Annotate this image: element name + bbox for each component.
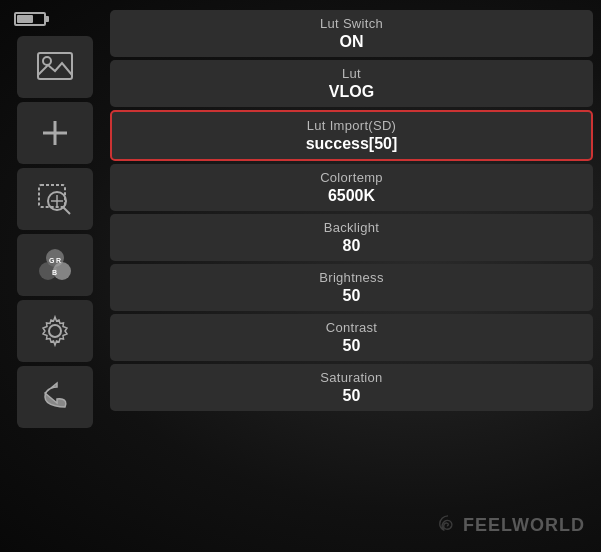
add-icon (35, 113, 75, 153)
svg-text:R: R (56, 257, 61, 264)
sidebar: G R B (0, 0, 110, 552)
screen: G R B Lut Switch (0, 0, 601, 552)
svg-rect-0 (38, 53, 72, 79)
contrast-label: Contrast (326, 320, 378, 335)
colortemp-value: 6500K (328, 187, 375, 205)
menu-item-contrast[interactable]: Contrast 50 (110, 314, 593, 361)
menu-item-colortemp[interactable]: Colortemp 6500K (110, 164, 593, 211)
lut-label: Lut (342, 66, 361, 81)
lut-value: VLOG (329, 83, 374, 101)
sidebar-item-back[interactable] (17, 366, 93, 428)
menu-item-brightness[interactable]: Brightness 50 (110, 264, 593, 311)
saturation-value: 50 (343, 387, 361, 405)
lut-switch-value: ON (340, 33, 364, 51)
menu-item-saturation[interactable]: Saturation 50 (110, 364, 593, 411)
sidebar-item-image[interactable] (17, 36, 93, 98)
lut-switch-label: Lut Switch (320, 16, 383, 31)
menu-item-lut[interactable]: Lut VLOG (110, 60, 593, 107)
back-icon (35, 377, 75, 417)
menu-item-lut-import[interactable]: Lut Import(SD) success[50] (110, 110, 593, 161)
watermark-text: FEELWORLD (463, 515, 585, 536)
contrast-value: 50 (343, 337, 361, 355)
zoom-icon (35, 179, 75, 219)
sidebar-item-color[interactable]: G R B (17, 234, 93, 296)
menu-area: Lut Switch ON Lut VLOG Lut Import(SD) su… (110, 0, 601, 552)
backlight-value: 80 (343, 237, 361, 255)
gear-icon (35, 311, 75, 351)
brightness-value: 50 (343, 287, 361, 305)
colortemp-label: Colortemp (320, 170, 383, 185)
color-icon: G R B (35, 245, 75, 285)
main-layout: G R B Lut Switch (0, 0, 601, 552)
sidebar-item-settings[interactable] (17, 300, 93, 362)
image-icon (35, 47, 75, 87)
sidebar-item-zoom[interactable] (17, 168, 93, 230)
svg-line-8 (63, 207, 70, 214)
svg-text:B: B (52, 269, 57, 276)
feelworld-swirl-icon (437, 514, 459, 536)
svg-point-15 (49, 325, 61, 337)
svg-rect-4 (39, 185, 65, 207)
backlight-label: Backlight (324, 220, 379, 235)
lut-import-label: Lut Import(SD) (307, 118, 396, 133)
svg-text:G: G (49, 257, 55, 264)
saturation-label: Saturation (320, 370, 382, 385)
svg-point-1 (43, 57, 51, 65)
sidebar-item-add[interactable] (17, 102, 93, 164)
lut-import-value: success[50] (306, 135, 398, 153)
menu-item-lut-switch[interactable]: Lut Switch ON (110, 10, 593, 57)
brightness-label: Brightness (319, 270, 383, 285)
watermark: FEELWORLD (437, 514, 585, 536)
menu-item-backlight[interactable]: Backlight 80 (110, 214, 593, 261)
